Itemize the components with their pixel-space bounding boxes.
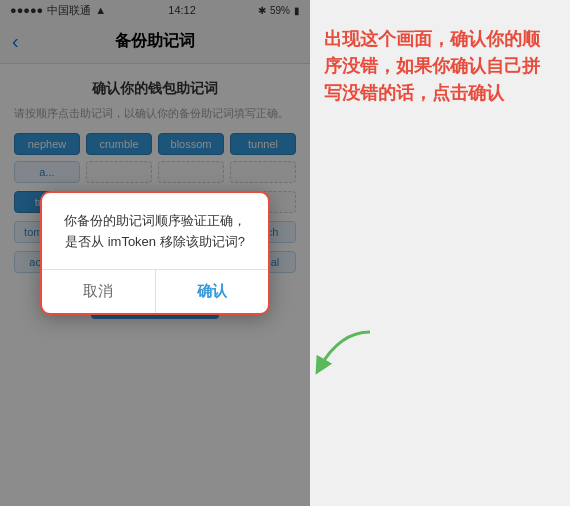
arrow-svg [300, 322, 380, 382]
annotation-panel: 出现这个画面，确认你的顺序没错，如果你确认自己拼写没错的话，点击确认 [310, 0, 570, 506]
arrow-indicator [300, 322, 380, 386]
annotation-text: 出现这个画面，确认你的顺序没错，如果你确认自己拼写没错的话，点击确认 [324, 26, 556, 107]
modal-cancel-button[interactable]: 取消 [42, 270, 156, 313]
phone-panel: ●●●●● 中国联通 ▲ 14:12 ✱ 59% ▮ ‹ 备份助记词 确认你的钱… [0, 0, 310, 506]
modal-actions: 取消 确认 [42, 269, 268, 313]
modal-message: 你备份的助记词顺序验证正确，是否从 imToken 移除该助记词? [58, 211, 252, 253]
modal-ok-button[interactable]: 确认 [156, 270, 269, 313]
modal-overlay: 你备份的助记词顺序验证正确，是否从 imToken 移除该助记词? 取消 确认 [0, 0, 310, 506]
modal-dialog: 你备份的助记词顺序验证正确，是否从 imToken 移除该助记词? 取消 确认 [40, 191, 270, 315]
